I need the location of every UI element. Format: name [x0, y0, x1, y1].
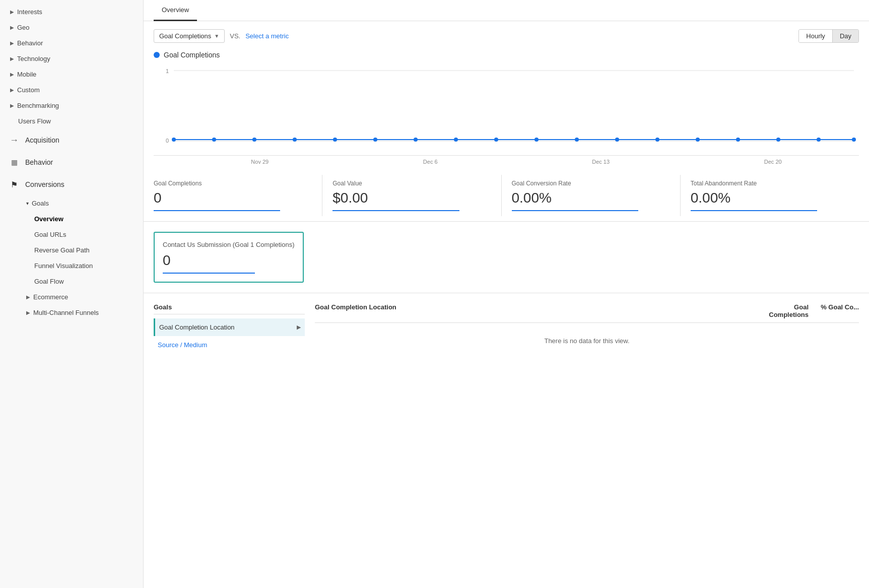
- tabs-bar: Overview: [144, 0, 869, 21]
- sidebar-item-mobile[interactable]: ▶ Mobile: [0, 67, 143, 82]
- select-metric-link[interactable]: Select a metric: [245, 32, 289, 40]
- hourly-day-toggle: Hourly Day: [798, 29, 859, 43]
- table-col-completions: GoalCompletions: [748, 303, 809, 318]
- table-no-data: There is no data for this view.: [315, 327, 859, 355]
- svg-point-12: [494, 138, 498, 142]
- metric-card-bar: [332, 210, 459, 211]
- chart-legend: Goal Completions: [154, 51, 859, 59]
- metric-card-completions: Goal Completions 0: [154, 175, 322, 216]
- goal-card-container: Contact Us Submission (Goal 1 Completion…: [144, 222, 869, 293]
- sidebar-item-overview[interactable]: Overview: [0, 211, 143, 227]
- svg-point-8: [333, 138, 337, 142]
- svg-point-6: [252, 138, 256, 142]
- metric-card-label: Goal Value: [332, 180, 491, 187]
- metric-cards: Goal Completions 0 Goal Value $0.00 Goal…: [144, 165, 869, 222]
- metric-card-conversion-rate: Goal Conversion Rate 0.00%: [502, 175, 681, 216]
- goals-panel-link-source-medium[interactable]: Source / Medium: [154, 336, 305, 354]
- day-button[interactable]: Day: [833, 30, 858, 42]
- svg-point-16: [655, 138, 659, 142]
- metric-card-value: 0.00%: [512, 190, 670, 206]
- tab-overview[interactable]: Overview: [154, 0, 197, 21]
- chevron-right-icon: ▶: [10, 87, 14, 93]
- goal-card-value: 0: [163, 252, 295, 269]
- svg-point-9: [373, 138, 377, 142]
- table-col-location: Goal Completion Location: [315, 303, 748, 318]
- sidebar-item-custom[interactable]: ▶ Custom: [0, 82, 143, 98]
- chevron-right-icon: ▶: [26, 310, 30, 315]
- svg-point-10: [414, 138, 418, 142]
- date-labels: Nov 29 Dec 6 Dec 13 Dec 20: [154, 155, 859, 165]
- metric-dropdown[interactable]: Goal Completions ▼: [154, 29, 225, 43]
- table-col-pct: % Goal Co...: [809, 303, 859, 318]
- svg-point-17: [696, 138, 700, 142]
- sidebar-item-behavior[interactable]: ▶ Behavior: [0, 35, 143, 51]
- sidebar-item-benchmarking[interactable]: ▶ Benchmarking: [0, 98, 143, 113]
- main-content: Overview Goal Completions ▼ VS. Select a…: [144, 0, 869, 588]
- data-table-section: Goal Completion Location GoalCompletions…: [315, 303, 859, 355]
- goals-panel-item-completion-location[interactable]: Goal Completion Location ▶: [154, 318, 305, 336]
- date-label-dec20: Dec 20: [764, 159, 782, 165]
- behavior-icon: ▦: [8, 156, 20, 168]
- sidebar-item-interests[interactable]: ▶ Interests: [0, 4, 143, 20]
- svg-point-18: [736, 138, 740, 142]
- goal-card-title: Contact Us Submission (Goal 1 Completion…: [163, 241, 295, 248]
- svg-point-5: [212, 138, 216, 142]
- metric-card-value: 0: [154, 190, 312, 206]
- svg-point-15: [615, 138, 619, 142]
- sidebar-category-acquisition[interactable]: → Acquisition: [0, 129, 143, 151]
- sidebar-item-funnel-visualization[interactable]: Funnel Visualization: [0, 258, 143, 274]
- sidebar-item-ecommerce[interactable]: ▶ Ecommerce: [0, 289, 143, 305]
- legend-label: Goal Completions: [164, 51, 220, 59]
- data-table-header: Goal Completion Location GoalCompletions…: [315, 303, 859, 323]
- sidebar-item-technology[interactable]: ▶ Technology: [0, 51, 143, 67]
- metric-card-label: Total Abandonment Rate: [691, 180, 849, 187]
- sidebar-category-behavior[interactable]: ▦ Behavior: [0, 151, 143, 173]
- chevron-right-icon: ▶: [10, 72, 14, 77]
- chevron-right-icon: ▶: [10, 9, 14, 15]
- metric-card-bar: [154, 210, 280, 211]
- svg-point-4: [172, 138, 176, 142]
- sidebar-category-conversions[interactable]: ⚑ Conversions: [0, 173, 143, 195]
- chart-controls-left: Goal Completions ▼ VS. Select a metric: [154, 29, 289, 43]
- bottom-section: Goals Goal Completion Location ▶ Source …: [144, 293, 869, 365]
- sidebar-item-users-flow[interactable]: Users Flow: [0, 113, 143, 129]
- goals-panel-title: Goals: [154, 303, 305, 314]
- chevron-right-icon: ▶: [297, 324, 301, 331]
- chart-area: Goal Completions ▼ VS. Select a metric H…: [144, 21, 869, 165]
- svg-text:0: 0: [166, 138, 169, 144]
- metric-card-label: Goal Conversion Rate: [512, 180, 670, 187]
- sidebar: ▶ Interests ▶ Geo ▶ Behavior ▶ Technolog…: [0, 0, 144, 588]
- svg-point-20: [817, 138, 821, 142]
- sidebar-item-reverse-goal-path[interactable]: Reverse Goal Path: [0, 242, 143, 258]
- chevron-right-icon: ▶: [10, 103, 14, 108]
- goal-card-bar: [163, 273, 255, 274]
- sidebar-item-multi-channel[interactable]: ▶ Multi-Channel Funnels: [0, 305, 143, 320]
- date-label-dec6: Dec 6: [423, 159, 438, 165]
- date-label-dec13: Dec 13: [592, 159, 610, 165]
- svg-point-7: [293, 138, 297, 142]
- metric-card-bar: [512, 210, 638, 211]
- metric-card-abandonment-rate: Total Abandonment Rate 0.00%: [681, 175, 859, 216]
- chevron-right-icon: ▶: [10, 25, 14, 30]
- chart-svg: 1 0: [154, 63, 859, 154]
- svg-point-21: [852, 138, 856, 142]
- metric-card-value: Goal Value $0.00: [322, 175, 501, 216]
- goals-panel: Goals Goal Completion Location ▶ Source …: [154, 303, 305, 355]
- hourly-button[interactable]: Hourly: [799, 30, 833, 42]
- sidebar-item-geo[interactable]: ▶ Geo: [0, 20, 143, 35]
- sidebar-item-goals[interactable]: ▾ Goals: [0, 195, 143, 211]
- date-label-nov29: Nov 29: [251, 159, 269, 165]
- chevron-right-icon: ▶: [10, 40, 14, 46]
- chevron-right-icon: ▶: [10, 56, 14, 61]
- chart-svg-container: 1 0: [154, 63, 859, 155]
- svg-point-14: [575, 138, 579, 142]
- sidebar-item-goal-flow[interactable]: Goal Flow: [0, 274, 143, 289]
- vs-label: VS.: [230, 32, 240, 40]
- sidebar-item-goal-urls[interactable]: Goal URLs: [0, 227, 143, 242]
- metric-card-value: $0.00: [332, 190, 491, 206]
- chevron-right-icon: ▶: [26, 294, 30, 300]
- chevron-down-icon: ▾: [26, 201, 29, 206]
- svg-point-11: [454, 138, 458, 142]
- dropdown-arrow-icon: ▼: [214, 33, 219, 39]
- goal-card: Contact Us Submission (Goal 1 Completion…: [154, 232, 304, 283]
